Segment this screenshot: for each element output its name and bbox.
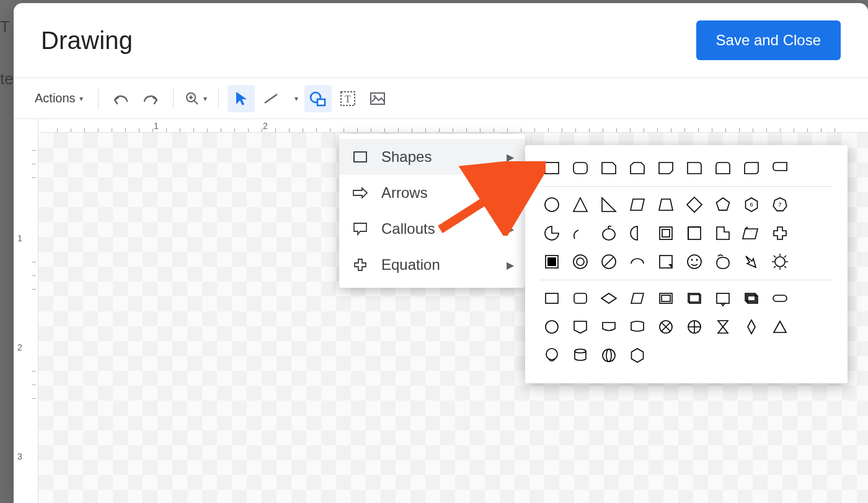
background-text-top: T <box>0 17 10 37</box>
shape-flow2-1[interactable] <box>569 315 592 339</box>
shape-basic-6[interactable] <box>711 193 735 216</box>
shape-basic3-7[interactable] <box>740 250 763 274</box>
image-tool-button[interactable] <box>364 85 391 112</box>
zoom-button[interactable]: ▾ <box>182 85 210 112</box>
svg-line-38 <box>784 256 786 257</box>
shape-basic-2[interactable] <box>597 193 621 216</box>
shape-rect-variant-1[interactable] <box>569 156 592 180</box>
shape-flow-8[interactable] <box>768 287 792 310</box>
shape-rect-variant-5[interactable] <box>683 156 706 180</box>
shape-basic3-8[interactable] <box>768 250 792 274</box>
shape-basic2-0[interactable] <box>540 221 564 245</box>
shape-rect-variant-3[interactable] <box>626 156 649 180</box>
shape-basic3-3[interactable] <box>626 250 649 274</box>
shape-basic-0[interactable] <box>540 193 564 216</box>
svg-point-10 <box>373 95 376 97</box>
shape-basic2-1[interactable] <box>569 221 592 245</box>
shape-basic-4[interactable] <box>654 193 678 216</box>
shape-basic2-6[interactable] <box>711 221 735 245</box>
caret-down-icon: ▾ <box>203 94 207 103</box>
shape-flow2-4[interactable] <box>654 315 678 339</box>
line-icon <box>262 92 280 105</box>
line-tool-dropdown[interactable]: ▾ <box>287 85 302 112</box>
shape-rect-variant-2[interactable] <box>597 156 621 180</box>
svg-text:6: 6 <box>750 202 753 208</box>
shape-flow2-5[interactable] <box>683 315 706 339</box>
shape-basic-7[interactable]: 6 <box>740 193 763 216</box>
shape-basic3-6[interactable] <box>711 250 735 274</box>
svg-line-39 <box>774 266 776 268</box>
shape-flow2-2[interactable] <box>597 315 621 339</box>
shape-rect-variant-6[interactable] <box>711 156 735 180</box>
select-tool-button[interactable] <box>228 85 255 112</box>
shape-flow-6[interactable] <box>711 287 735 310</box>
svg-rect-22 <box>547 257 556 266</box>
shape-rect-variant-0[interactable] <box>540 156 564 180</box>
shapes-picker-panel: 67 <box>525 145 848 383</box>
svg-line-37 <box>784 266 786 268</box>
shape-basic2-7[interactable] <box>740 221 763 245</box>
shape-basic3-0[interactable] <box>540 250 564 274</box>
shape-flow2-8[interactable] <box>768 315 792 339</box>
shape-flow3-2[interactable] <box>597 344 621 367</box>
shape-flow-5[interactable] <box>683 287 706 310</box>
shape-flow2-3[interactable] <box>626 315 649 339</box>
shape-basic3-2[interactable] <box>597 250 621 274</box>
textbox-tool-button[interactable]: T <box>334 85 361 112</box>
shape-flow-0[interactable] <box>540 287 564 310</box>
toolbar-separator <box>218 88 219 109</box>
shape-flow2-6[interactable] <box>711 315 735 339</box>
svg-point-59 <box>575 349 586 353</box>
panel-divider <box>540 186 833 187</box>
shape-basic3-5[interactable] <box>683 250 706 274</box>
shape-rect-variant-8[interactable] <box>768 156 792 180</box>
svg-rect-12 <box>545 162 559 174</box>
line-tool-button[interactable] <box>257 85 285 112</box>
dialog-header: Drawing Save and Close <box>14 3 868 78</box>
shape-flow3-0[interactable] <box>540 344 564 367</box>
menu-item-label: Callouts <box>381 220 435 238</box>
shape-flow3-1[interactable] <box>569 344 592 367</box>
shape-rect-variant-4[interactable] <box>654 156 678 180</box>
menu-item-callouts[interactable]: Callouts ▶ <box>339 211 525 247</box>
menu-item-equation[interactable]: Equation ▶ <box>339 247 525 283</box>
shape-basic-3[interactable] <box>626 193 649 216</box>
shape-basic-1[interactable] <box>569 193 592 216</box>
shape-flow2-7[interactable] <box>740 315 763 339</box>
shape-basic2-5[interactable] <box>683 221 706 245</box>
svg-line-4 <box>265 94 277 103</box>
save-and-close-button[interactable]: Save and Close <box>696 20 841 60</box>
callout-icon <box>352 222 369 236</box>
shape-basic2-2[interactable] <box>597 221 621 245</box>
dialog-title: Drawing <box>41 27 133 55</box>
redo-button[interactable] <box>137 85 164 112</box>
shape-basic2-3[interactable] <box>626 221 649 245</box>
plus-icon <box>352 258 369 272</box>
menu-item-arrows[interactable]: Arrows ▶ <box>339 175 525 211</box>
shape-basic3-4[interactable] <box>654 250 678 274</box>
shape-flow-3[interactable] <box>626 287 649 310</box>
shape-basic2-8[interactable] <box>768 221 792 245</box>
textbox-icon: T <box>340 91 356 107</box>
shape-basic-5[interactable] <box>683 193 706 216</box>
shape-flow-4[interactable] <box>654 287 678 310</box>
shape-flow-1[interactable] <box>569 287 592 310</box>
shape-basic2-4[interactable] <box>654 221 678 245</box>
rectangle-icon <box>352 151 369 163</box>
svg-point-60 <box>603 349 615 362</box>
undo-button[interactable] <box>107 85 135 112</box>
shape-rect-variant-7[interactable] <box>740 156 763 180</box>
shape-flow-7[interactable] <box>740 287 763 310</box>
svg-point-24 <box>577 258 584 265</box>
shape-flow-2[interactable] <box>597 287 621 310</box>
shape-flow3-3[interactable] <box>626 344 649 367</box>
actions-menu-button[interactable]: Actions ▾ <box>29 85 89 112</box>
submenu-arrow-icon: ▶ <box>507 223 514 235</box>
zoom-icon <box>185 91 200 106</box>
menu-item-shapes[interactable]: Shapes ▶ <box>339 139 525 175</box>
shape-basic3-1[interactable] <box>569 250 592 274</box>
shape-tool-button[interactable] <box>304 85 332 112</box>
shape-basic-8[interactable]: 7 <box>768 193 792 216</box>
shape-flow2-0[interactable] <box>540 315 564 339</box>
svg-point-51 <box>546 321 558 333</box>
